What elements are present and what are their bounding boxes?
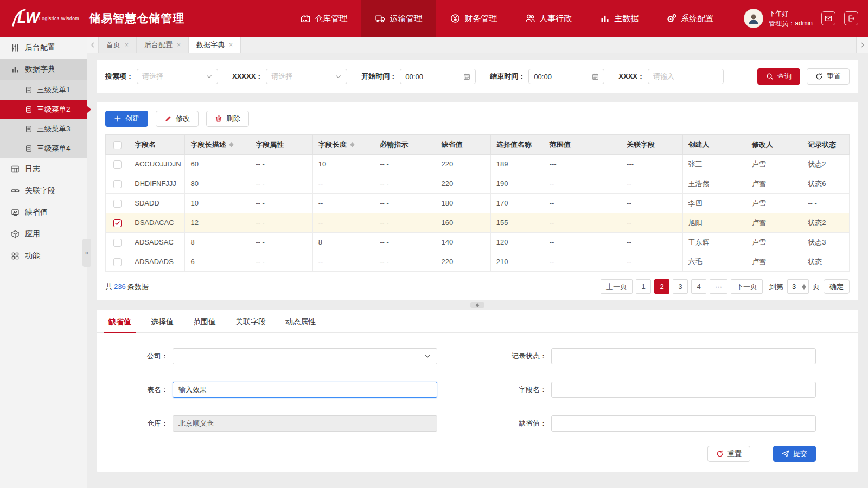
sidebar-item-submenu-3[interactable]: 三级菜单3 bbox=[0, 119, 87, 139]
reset-button[interactable]: 重置 bbox=[807, 68, 850, 85]
table-row[interactable]: DHDIFNFJJJ80-- ----- -220190----王浩然卢雪状态6 bbox=[106, 174, 850, 194]
sidebar-item-label: 功能 bbox=[25, 251, 40, 261]
tab-home[interactable]: 首页× bbox=[99, 37, 137, 53]
logout-button[interactable] bbox=[844, 11, 858, 25]
search-item-select[interactable]: 请选择 bbox=[137, 69, 218, 84]
sort-icon[interactable] bbox=[350, 142, 355, 147]
column-header: 修改人 bbox=[746, 135, 802, 155]
field-name-input[interactable] bbox=[551, 382, 816, 398]
row-checkbox[interactable] bbox=[113, 239, 122, 247]
select-all-checkbox[interactable] bbox=[113, 141, 122, 149]
nav-item-master-data[interactable]: 主数据 bbox=[586, 0, 653, 37]
table-row[interactable]: ADSADSAC8-- -8-- -140120----王东辉卢雪状态3 bbox=[106, 233, 850, 252]
avatar[interactable] bbox=[744, 9, 763, 28]
pencil-icon bbox=[164, 115, 172, 123]
tab-close-icon[interactable]: × bbox=[125, 41, 129, 49]
end-time-input[interactable]: 00:00 bbox=[528, 69, 604, 84]
sidebar-item-data-dictionary[interactable]: 数据字典 bbox=[0, 59, 87, 80]
nav-item-label: 财务管理 bbox=[464, 14, 497, 24]
table-cell: 卢雪 bbox=[746, 233, 802, 252]
form-label: 字段名： bbox=[497, 385, 547, 395]
nav-item-transport[interactable]: 运输管理 bbox=[361, 0, 436, 37]
tab-data-dictionary[interactable]: 数据字典× bbox=[189, 37, 241, 53]
start-time-input[interactable]: 00:00 bbox=[400, 69, 476, 84]
nav-item-finance[interactable]: 财务管理 bbox=[436, 0, 511, 37]
company-select[interactable] bbox=[173, 348, 437, 364]
table-name-input[interactable]: 输入效果 bbox=[173, 382, 437, 398]
xxxx-input[interactable]: 请输入 bbox=[648, 69, 724, 84]
record-status-input[interactable] bbox=[551, 348, 816, 364]
row-checkbox[interactable] bbox=[113, 258, 122, 266]
submit-button[interactable]: 提交 bbox=[773, 446, 816, 462]
table-cell: DHDIFNFJJJ bbox=[129, 174, 185, 194]
xxxxx-select[interactable]: 请选择 bbox=[266, 69, 347, 84]
detail-tab-select-value[interactable]: 选择值 bbox=[151, 317, 174, 332]
row-checkbox[interactable] bbox=[113, 219, 122, 227]
tab-close-icon[interactable]: × bbox=[229, 41, 233, 49]
tab-close-icon[interactable]: × bbox=[177, 41, 181, 49]
reset-button[interactable]: 重置 bbox=[707, 446, 750, 462]
sidebar-item-logs[interactable]: 日志 bbox=[0, 158, 87, 180]
sort-icon[interactable] bbox=[229, 142, 234, 147]
column-header: 范围值 bbox=[544, 135, 621, 155]
detail-tab-dynamic-attr[interactable]: 动态属性 bbox=[285, 317, 316, 332]
detail-tab-range-value[interactable]: 范围值 bbox=[193, 317, 216, 332]
nav-item-label: 系统配置 bbox=[681, 14, 713, 24]
edit-button[interactable]: 修改 bbox=[156, 111, 199, 127]
table-cell: 220 bbox=[436, 174, 490, 194]
sidebar-item-submenu-1[interactable]: 三级菜单1 bbox=[0, 80, 87, 100]
table-cell: -- bbox=[312, 213, 374, 233]
sidebar-item-default-values[interactable]: 缺省值 bbox=[0, 202, 87, 223]
table-row[interactable]: SDADD10-- ----- -180170----李四卢雪-- - bbox=[106, 194, 850, 213]
table-row[interactable]: ACCUOJJDJN60-- -10-- -220189------张三卢雪状态… bbox=[106, 155, 850, 174]
pager-page-2[interactable]: 2 bbox=[654, 279, 669, 294]
cube-icon bbox=[11, 230, 20, 239]
sidebar-item-submenu-4[interactable]: 三级菜单4 bbox=[0, 139, 87, 158]
jump-page-input[interactable]: 3 bbox=[787, 279, 809, 294]
table-row[interactable]: ADSADADS6-- ----- -220210----六毛卢雪状态 bbox=[106, 252, 850, 272]
query-button[interactable]: 查询 bbox=[757, 68, 800, 85]
jump-confirm-button[interactable]: 确定 bbox=[824, 279, 850, 294]
jump-spinner[interactable] bbox=[802, 284, 806, 290]
pager-ellipsis[interactable]: ··· bbox=[710, 279, 727, 294]
sidebar-item-functions[interactable]: 功能 bbox=[0, 245, 87, 267]
table-cell: -- - bbox=[250, 174, 313, 194]
panel-resize-handle[interactable] bbox=[470, 302, 484, 308]
sidebar-item-application[interactable]: 应用 bbox=[0, 223, 87, 245]
pager-page-3[interactable]: 3 bbox=[673, 279, 688, 294]
monitor-icon bbox=[11, 208, 20, 217]
sidebar-collapse-handle[interactable]: « bbox=[82, 239, 91, 267]
tabs-scroll-left-button[interactable] bbox=[87, 37, 99, 53]
table-cell: 6 bbox=[185, 252, 250, 272]
create-button[interactable]: 创建 bbox=[105, 111, 148, 127]
doc-icon bbox=[25, 86, 33, 94]
table-cell: 155 bbox=[490, 213, 544, 233]
message-button[interactable] bbox=[821, 11, 835, 25]
detail-tab-default-value[interactable]: 缺省值 bbox=[108, 317, 131, 332]
pager-page-4[interactable]: 4 bbox=[691, 279, 706, 294]
row-checkbox[interactable] bbox=[113, 160, 122, 169]
table-row[interactable]: DSADACAC12-- ----- -160155----旭阳卢雪状态2 bbox=[106, 213, 850, 233]
tabs-scroll-right-button[interactable] bbox=[856, 37, 868, 53]
table-cell: 卢雪 bbox=[746, 155, 802, 174]
tab-backend-config[interactable]: 后台配置× bbox=[137, 37, 189, 53]
delete-button[interactable]: 删除 bbox=[206, 111, 249, 127]
default-value-input[interactable] bbox=[551, 415, 816, 432]
row-checkbox[interactable] bbox=[113, 200, 122, 208]
sidebar-item-related-fields[interactable]: 关联字段 bbox=[0, 180, 87, 202]
pager-page-1[interactable]: 1 bbox=[636, 279, 651, 294]
pager-next[interactable]: 下一页 bbox=[731, 279, 763, 294]
nav-item-hr[interactable]: 人事行政 bbox=[511, 0, 586, 37]
nav-item-warehouse[interactable]: 仓库管理 bbox=[286, 0, 361, 37]
pager-prev[interactable]: 上一页 bbox=[601, 279, 633, 294]
button-label: 创建 bbox=[125, 114, 139, 124]
nav-item-system-config[interactable]: 系统配置 bbox=[653, 0, 727, 37]
column-header: 字段长度 bbox=[312, 135, 374, 155]
send-icon bbox=[782, 450, 789, 458]
row-select-cell bbox=[106, 174, 129, 194]
sidebar-item-submenu-2[interactable]: 三级菜单2 bbox=[0, 100, 87, 119]
sidebar-item-backend-config[interactable]: 后台配置 bbox=[0, 37, 87, 59]
detail-tab-related-field[interactable]: 关联字段 bbox=[235, 317, 266, 332]
row-checkbox[interactable] bbox=[113, 180, 122, 188]
column-label: 缺省值 bbox=[442, 140, 463, 149]
